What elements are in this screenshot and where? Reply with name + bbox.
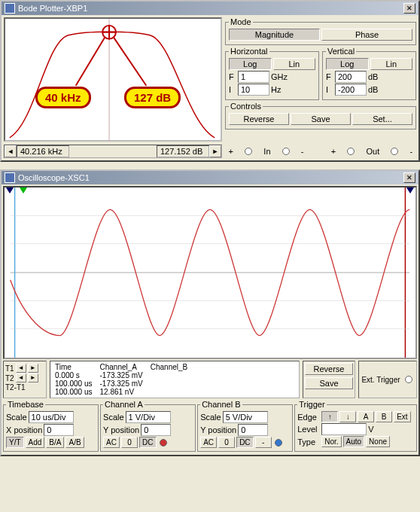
cha-ypos-lbl: Y position [103,425,139,434]
tb-ab-button[interactable]: A/B [65,437,84,448]
chb-scale-input[interactable] [223,411,268,423]
bode-plot[interactable]: 40 kHz 127 dB [4,17,222,142]
h-log-button[interactable]: Log [229,58,272,70]
trg-auto-button[interactable]: Auto [343,436,365,447]
v-f-unit: dB [368,72,382,81]
trg-b-button[interactable]: B [376,411,392,422]
scroll-right-button[interactable]: ► [209,145,221,157]
in-minus-terminal[interactable] [282,148,290,155]
bode-title: Bode Plotter-XBP1 [18,4,87,13]
chb-dc-button[interactable]: DC [236,437,253,448]
chb-ypos-input[interactable] [238,424,268,436]
magnitude-button[interactable]: Magnitude [229,29,320,41]
scope-window: Oscilloscope-XSC1 ✕ T1 ◄ ► T2 ◄ ► [0,169,420,456]
cursor-readout-table: Time Channel_A Channel_B 0.000 s -173.32… [50,361,300,398]
cha-scale-lbl: Scale [103,413,124,422]
bode-callout-freq: 40 kHz [35,87,91,108]
tb-yt-button[interactable]: Y/T [6,437,24,448]
bode-scrollbar[interactable]: ◄ 40.216 kHz 127.152 dB ► [4,145,222,158]
tb-xpos-lbl: X position [6,425,42,434]
h-i-input[interactable] [238,84,269,96]
chb-terminal[interactable] [275,439,282,446]
trg-ext-button[interactable]: Ext [394,411,410,422]
chb-scale-lbl: Scale [200,413,221,422]
cha-terminal[interactable] [160,439,167,446]
trigger-legend: Trigger [297,400,326,409]
trg-nor-button[interactable]: Nor. [321,436,341,447]
scope-titlebar[interactable]: Oscilloscope-XSC1 ✕ [2,171,418,184]
hdr-chb: Channel_B [151,363,195,371]
io-in-label: In [263,147,270,156]
tb-add-button[interactable]: Add [26,437,45,448]
scope-screen[interactable] [3,186,417,359]
scroll-left-button[interactable]: ◄ [5,145,17,157]
h-i-unit: Hz [271,85,288,94]
h-i-label: I [229,85,236,94]
bode-reverse-button[interactable]: Reverse [229,113,289,125]
scope-title: Oscilloscope-XSC1 [18,173,90,182]
v-lin-button[interactable]: Lin [370,58,413,70]
cha-ypos-input[interactable] [141,424,171,436]
scope-save-button[interactable]: Save [305,377,353,389]
bode-titlebar[interactable]: Bode Plotter-XBP1 ✕ [2,2,418,15]
out-plus-terminal[interactable] [347,148,355,155]
in-plus-terminal[interactable] [245,148,252,155]
h-lin-button[interactable]: Lin [273,58,316,70]
t1-left[interactable]: ◄ [16,364,26,373]
bode-controls-group: Controls Reverse Save Set... [225,102,416,130]
ext-trigger-box: Ext. Trigger [358,361,417,398]
t1-right[interactable]: ► [28,364,38,373]
v-log-button[interactable]: Log [326,58,369,70]
trg-a-button[interactable]: A [358,411,374,422]
svg-line-5 [114,38,146,86]
cha-scale-input[interactable] [126,411,171,423]
r2-a: -173.325 mV [100,379,151,388]
chb-legend: Channel B [200,400,242,409]
bode-curve [5,19,221,142]
phase-button[interactable]: Phase [321,29,412,41]
bode-set-button[interactable]: Set... [352,113,412,125]
ext-trigger-terminal[interactable] [405,376,412,383]
bode-close-button[interactable]: ✕ [403,3,415,14]
bode-mode-legend: Mode [229,17,253,26]
cha-dc-button[interactable]: DC [139,437,156,448]
io-minus-in: - [301,147,304,156]
cursor-selector: T1 ◄ ► T2 ◄ ► T2-T1 [3,361,47,398]
bode-mode-group: Mode Magnitude Phase [225,17,416,45]
t2-right[interactable]: ► [28,373,38,382]
timebase-legend: Timebase [6,400,45,409]
tb-scale-input[interactable] [29,411,74,423]
chb-minus-button[interactable]: - [255,437,272,448]
bode-save-button[interactable]: Save [291,113,351,125]
v-i-unit: dB [368,85,382,94]
io-plus-in: + [229,147,233,156]
trg-level-lbl: Level [297,425,320,434]
bode-vertical-legend: Vertical [326,47,356,56]
scope-close-button[interactable]: ✕ [403,172,415,183]
out-minus-terminal[interactable] [391,148,398,155]
chb-0-button[interactable]: 0 [218,437,235,448]
channel-a-group: Channel A Scale Y position AC 0 DC [100,400,196,452]
trg-level-input[interactable] [321,423,367,435]
trg-fall-button[interactable]: ↓ [339,411,356,422]
scope-reverse-button[interactable]: Reverse [305,363,353,375]
h-f-unit: GHz [271,72,288,81]
tb-ba-button[interactable]: B/A [46,437,64,448]
bode-vertical-group: Vertical Log Lin F dB I [322,47,416,100]
ext-trigger-label: Ext. Trigger [361,376,400,384]
v-i-input[interactable] [335,84,367,96]
t2-left[interactable]: ◄ [16,373,26,382]
r3-time: 100.000 us [55,388,100,396]
bode-status-freq: 40.216 kHz [17,145,69,157]
h-f-label: F [229,72,236,81]
trg-none-button[interactable]: None [366,436,390,447]
cha-0-button[interactable]: 0 [121,437,138,448]
cha-ac-button[interactable]: AC [103,437,120,448]
h-f-input[interactable] [238,71,269,83]
v-f-label: F [326,72,333,81]
chb-ac-button[interactable]: AC [200,437,217,448]
v-f-input[interactable] [335,71,367,83]
t1-label: T1 [5,364,14,373]
trg-rise-button[interactable]: ↑ [321,411,338,422]
tb-xpos-input[interactable] [44,424,74,436]
